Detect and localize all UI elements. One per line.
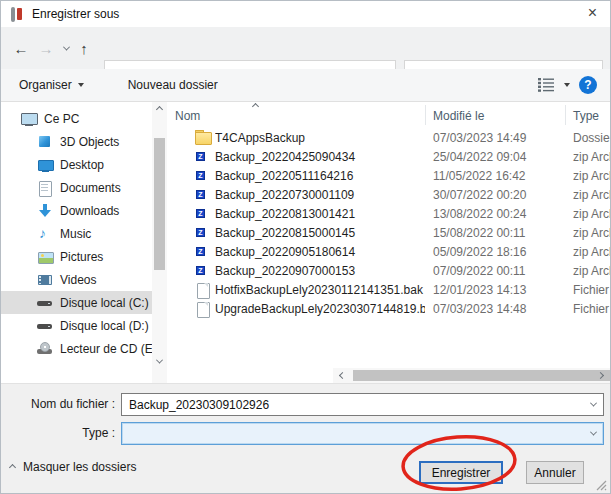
- sidebar-item-videos[interactable]: Videos: [1, 268, 152, 291]
- zip-icon: Z: [195, 208, 210, 221]
- column-header-modified[interactable]: Modifié le: [433, 109, 484, 123]
- chevron-left-icon: [339, 372, 346, 379]
- sidebar-item-lecteur-de-cd-e[interactable]: Lecteur de CD (E: [1, 337, 152, 360]
- sidebar-item-label: 3D Objects: [60, 135, 119, 149]
- file-name: UpgradeBackupLely20230307144819.bak: [215, 300, 425, 319]
- zip-badge: Z: [196, 190, 205, 199]
- file-icon: Z: [195, 303, 210, 316]
- zip-badge: Z: [196, 228, 205, 237]
- file-type: zip Arch: [573, 224, 611, 243]
- forward-button[interactable]: →: [35, 27, 57, 69]
- help-button[interactable]: ?: [579, 76, 597, 94]
- organize-button[interactable]: Organiser: [10, 69, 93, 101]
- sidebar-item-pictures[interactable]: Pictures: [1, 245, 152, 268]
- close-icon[interactable]: ×: [588, 4, 597, 22]
- sidebar-item-label: Disque local (C:): [60, 296, 149, 310]
- scroll-left-icon[interactable]: [335, 368, 350, 383]
- sidebar-item-disque-local-d[interactable]: Disque local (D:): [1, 314, 152, 337]
- scrollbar-thumb[interactable]: [154, 138, 165, 270]
- new-folder-label: Nouveau dossier: [128, 78, 218, 92]
- download-icon: [37, 203, 53, 219]
- file-modified: 11/05/2022 16:42: [433, 167, 526, 186]
- file-modified: 25/04/2022 09:04: [433, 148, 526, 167]
- column-header-type[interactable]: Type: [573, 109, 599, 123]
- column-separator[interactable]: [425, 105, 426, 125]
- view-options-icon[interactable]: [538, 78, 555, 92]
- file-row[interactable]: ZHotfixBackupLely20230112141351.bak12/01…: [167, 281, 610, 300]
- sidebar-item-documents[interactable]: Documents: [1, 176, 152, 199]
- document-icon: [37, 180, 53, 196]
- file-type: zip Arch: [573, 205, 611, 224]
- save-button[interactable]: Enregistrer: [419, 461, 503, 484]
- file-row[interactable]: ZBackup_2022073000110930/07/2022 00:20zi…: [167, 186, 610, 205]
- zip-icon: Z: [195, 265, 210, 278]
- sort-ascending-icon: [252, 103, 259, 110]
- chevron-right-icon: [597, 372, 604, 379]
- file-row[interactable]: ZBackup_2022090518061405/09/2022 18:16zi…: [167, 243, 610, 262]
- resize-grip-icon[interactable]: [596, 480, 607, 491]
- sidebar-item-disque-local-c[interactable]: Disque local (C:): [1, 291, 152, 314]
- file-modified: 15/08/2022 00:11: [433, 224, 526, 243]
- zip-badge: Z: [196, 209, 205, 218]
- sidebar-item-3d-objects[interactable]: 3D Objects: [1, 130, 152, 153]
- horizontal-scrollbar[interactable]: [333, 368, 610, 383]
- file-type: Fichier: [573, 281, 609, 300]
- sidebar-item-desktop[interactable]: Desktop: [1, 153, 152, 176]
- scroll-up-icon[interactable]: [152, 102, 167, 117]
- filetype-input[interactable]: [122, 423, 603, 444]
- file-row[interactable]: ZT4CAppsBackup07/03/2023 14:49Dossier: [167, 129, 610, 148]
- filename-combo[interactable]: [121, 393, 604, 416]
- organize-label: Organiser: [19, 78, 72, 92]
- computer-icon: [21, 111, 37, 127]
- sidebar-item-label: Videos: [60, 273, 96, 287]
- zip-badge: Z: [196, 152, 205, 161]
- sidebar-item-downloads[interactable]: Downloads: [1, 199, 152, 222]
- sidebar-item-label: Music: [60, 227, 91, 241]
- recent-locations-button[interactable]: [59, 27, 73, 69]
- file-row[interactable]: ZBackup_2022051116421611/05/2022 16:42zi…: [167, 167, 610, 186]
- drive-icon: [37, 318, 53, 334]
- file-name: HotfixBackupLely20230112141351.bak: [215, 281, 425, 300]
- filename-label: Nom du fichier :: [1, 397, 115, 411]
- window-title: Enregistrer sous: [32, 7, 119, 21]
- cd-icon: [37, 341, 53, 357]
- back-button[interactable]: ←: [9, 27, 33, 69]
- hide-folders-button[interactable]: Masquer les dossiers: [10, 460, 136, 474]
- sidebar-item-label: Disque local (D:): [60, 319, 149, 333]
- file-type: Dossier: [573, 129, 611, 148]
- column-separator[interactable]: [565, 105, 566, 125]
- zip-icon: Z: [195, 151, 210, 164]
- file-icon: Z: [195, 284, 210, 297]
- sidebar-item-music[interactable]: Music: [1, 222, 152, 245]
- title-bar: Enregistrer sous ×: [1, 1, 610, 27]
- sidebar-item-label: Lecteur de CD (E: [60, 342, 153, 356]
- zip-badge: Z: [196, 247, 205, 256]
- file-row[interactable]: ZBackup_2022081500014515/08/2022 00:11zi…: [167, 224, 610, 243]
- scrollbar-thumb[interactable]: [353, 370, 611, 381]
- filetype-combo[interactable]: [121, 422, 604, 445]
- footer-panel: Nom du fichier : Type : Masquer les doss…: [1, 383, 610, 494]
- file-rows: ZT4CAppsBackup07/03/2023 14:49DossierZBa…: [167, 129, 610, 319]
- file-type: zip Arch: [573, 148, 611, 167]
- view-dropdown-icon[interactable]: [564, 83, 570, 87]
- app-icon: [10, 7, 24, 22]
- file-row[interactable]: ZBackup_2022081300142113/08/2022 00:24zi…: [167, 205, 610, 224]
- new-folder-button[interactable]: Nouveau dossier: [119, 69, 227, 101]
- scroll-down-icon[interactable]: [152, 354, 167, 369]
- sidebar-item-ce-pc[interactable]: Ce PC: [1, 107, 152, 130]
- filename-input[interactable]: [122, 394, 603, 415]
- file-type: zip Arch: [573, 262, 611, 281]
- up-button[interactable]: ↑: [73, 27, 95, 69]
- sidebar-scrollbar[interactable]: [152, 102, 167, 383]
- cancel-button[interactable]: Annuler: [526, 461, 584, 484]
- file-modified: 07/03/2023 14:49: [433, 129, 526, 148]
- scroll-right-icon[interactable]: [593, 368, 608, 383]
- file-row[interactable]: ZUpgradeBackupLely20230307144819.bak07/0…: [167, 300, 610, 319]
- file-name: Backup_20220730001109: [215, 186, 425, 205]
- file-modified: 12/01/2023 14:13: [433, 281, 526, 300]
- file-modified: 30/07/2022 00:20: [433, 186, 526, 205]
- file-row[interactable]: ZBackup_2022042509043425/04/2022 09:04zi…: [167, 148, 610, 167]
- sidebar-item-label: Ce PC: [44, 112, 79, 126]
- file-row[interactable]: ZBackup_2022090700015307/09/2022 00:11zi…: [167, 262, 610, 281]
- column-header-name[interactable]: Nom: [175, 109, 200, 123]
